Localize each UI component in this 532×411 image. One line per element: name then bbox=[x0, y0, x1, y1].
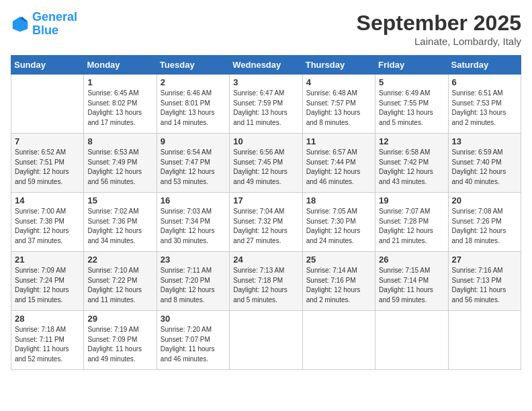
header-saturday: Saturday bbox=[448, 56, 521, 75]
calendar-cell: 21Sunrise: 7:09 AM Sunset: 7:24 PM Dayli… bbox=[11, 252, 84, 311]
calendar-cell: 4Sunrise: 6:48 AM Sunset: 7:57 PM Daylig… bbox=[302, 75, 375, 134]
day-number: 19 bbox=[379, 195, 444, 205]
calendar-cell: 26Sunrise: 7:15 AM Sunset: 7:14 PM Dayli… bbox=[375, 252, 448, 311]
day-number: 2 bbox=[161, 77, 226, 87]
svg-marker-0 bbox=[13, 17, 28, 32]
month-title: September 2025 bbox=[357, 11, 521, 36]
logo: General Blue bbox=[11, 11, 77, 38]
cell-info: Sunrise: 7:04 AM Sunset: 7:32 PM Dayligh… bbox=[233, 207, 298, 246]
header-friday: Friday bbox=[375, 56, 448, 75]
calendar-cell: 14Sunrise: 7:00 AM Sunset: 7:38 PM Dayli… bbox=[11, 193, 84, 252]
calendar-cell: 24Sunrise: 7:13 AM Sunset: 7:18 PM Dayli… bbox=[230, 252, 302, 311]
calendar-week-row: 14Sunrise: 7:00 AM Sunset: 7:38 PM Dayli… bbox=[11, 193, 521, 252]
cell-info: Sunrise: 6:58 AM Sunset: 7:42 PM Dayligh… bbox=[379, 148, 444, 187]
day-number: 9 bbox=[161, 136, 226, 146]
cell-info: Sunrise: 6:52 AM Sunset: 7:51 PM Dayligh… bbox=[15, 148, 80, 187]
cell-info: Sunrise: 7:05 AM Sunset: 7:30 PM Dayligh… bbox=[306, 207, 371, 246]
calendar-cell: 15Sunrise: 7:02 AM Sunset: 7:36 PM Dayli… bbox=[84, 193, 157, 252]
cell-info: Sunrise: 7:14 AM Sunset: 7:16 PM Dayligh… bbox=[306, 266, 371, 305]
header-wednesday: Wednesday bbox=[230, 56, 302, 75]
day-number: 4 bbox=[306, 77, 371, 87]
day-number: 8 bbox=[87, 136, 152, 146]
calendar-cell: 6Sunrise: 6:51 AM Sunset: 7:53 PM Daylig… bbox=[448, 75, 521, 134]
title-block: September 2025 Lainate, Lombardy, Italy bbox=[357, 11, 521, 47]
calendar-cell bbox=[448, 311, 521, 370]
calendar-cell: 8Sunrise: 6:53 AM Sunset: 7:49 PM Daylig… bbox=[84, 134, 157, 193]
calendar-week-row: 7Sunrise: 6:52 AM Sunset: 7:51 PM Daylig… bbox=[11, 134, 521, 193]
day-number: 12 bbox=[379, 136, 444, 146]
cell-info: Sunrise: 7:11 AM Sunset: 7:20 PM Dayligh… bbox=[161, 266, 226, 305]
day-number: 15 bbox=[87, 195, 152, 205]
cell-info: Sunrise: 7:20 AM Sunset: 7:07 PM Dayligh… bbox=[161, 325, 226, 364]
header-tuesday: Tuesday bbox=[157, 56, 229, 75]
cell-info: Sunrise: 7:15 AM Sunset: 7:14 PM Dayligh… bbox=[379, 266, 444, 305]
day-number: 10 bbox=[233, 136, 298, 146]
cell-info: Sunrise: 7:13 AM Sunset: 7:18 PM Dayligh… bbox=[233, 266, 298, 305]
calendar-cell: 7Sunrise: 6:52 AM Sunset: 7:51 PM Daylig… bbox=[11, 134, 84, 193]
calendar-cell: 16Sunrise: 7:03 AM Sunset: 7:34 PM Dayli… bbox=[157, 193, 229, 252]
cell-info: Sunrise: 7:19 AM Sunset: 7:09 PM Dayligh… bbox=[87, 325, 152, 364]
day-number: 1 bbox=[87, 77, 152, 87]
calendar-table: SundayMondayTuesdayWednesdayThursdayFrid… bbox=[11, 55, 521, 370]
page-header: General Blue September 2025 Lainate, Lom… bbox=[11, 11, 521, 47]
calendar-cell: 20Sunrise: 7:08 AM Sunset: 7:26 PM Dayli… bbox=[448, 193, 521, 252]
cell-info: Sunrise: 7:09 AM Sunset: 7:24 PM Dayligh… bbox=[15, 266, 80, 305]
day-number: 29 bbox=[87, 314, 152, 324]
day-number: 26 bbox=[379, 255, 444, 265]
calendar-cell: 17Sunrise: 7:04 AM Sunset: 7:32 PM Dayli… bbox=[230, 193, 302, 252]
cell-info: Sunrise: 6:53 AM Sunset: 7:49 PM Dayligh… bbox=[87, 148, 152, 187]
header-sunday: Sunday bbox=[11, 56, 84, 75]
day-number: 30 bbox=[161, 314, 226, 324]
cell-info: Sunrise: 7:00 AM Sunset: 7:38 PM Dayligh… bbox=[15, 207, 80, 246]
location: Lainate, Lombardy, Italy bbox=[357, 36, 521, 47]
cell-info: Sunrise: 6:49 AM Sunset: 7:55 PM Dayligh… bbox=[379, 89, 444, 128]
day-number: 11 bbox=[306, 136, 371, 146]
calendar-cell bbox=[230, 311, 302, 370]
calendar-cell: 27Sunrise: 7:16 AM Sunset: 7:13 PM Dayli… bbox=[448, 252, 521, 311]
day-number: 13 bbox=[452, 136, 517, 146]
day-number: 22 bbox=[87, 255, 152, 265]
calendar-cell: 5Sunrise: 6:49 AM Sunset: 7:55 PM Daylig… bbox=[375, 75, 448, 134]
cell-info: Sunrise: 6:47 AM Sunset: 7:59 PM Dayligh… bbox=[233, 89, 298, 128]
day-number: 16 bbox=[161, 195, 226, 205]
calendar-cell: 29Sunrise: 7:19 AM Sunset: 7:09 PM Dayli… bbox=[84, 311, 157, 370]
cell-info: Sunrise: 6:48 AM Sunset: 7:57 PM Dayligh… bbox=[306, 89, 371, 128]
calendar-header-row: SundayMondayTuesdayWednesdayThursdayFrid… bbox=[11, 56, 521, 75]
logo-icon bbox=[11, 15, 30, 34]
calendar-week-row: 1Sunrise: 6:45 AM Sunset: 8:02 PM Daylig… bbox=[11, 75, 521, 134]
cell-info: Sunrise: 7:18 AM Sunset: 7:11 PM Dayligh… bbox=[15, 325, 80, 364]
day-number: 18 bbox=[306, 195, 371, 205]
cell-info: Sunrise: 6:45 AM Sunset: 8:02 PM Dayligh… bbox=[87, 89, 152, 128]
cell-info: Sunrise: 7:10 AM Sunset: 7:22 PM Dayligh… bbox=[87, 266, 152, 305]
day-number: 17 bbox=[233, 195, 298, 205]
day-number: 25 bbox=[306, 255, 371, 265]
day-number: 24 bbox=[233, 255, 298, 265]
calendar-cell bbox=[11, 75, 84, 134]
day-number: 20 bbox=[452, 195, 517, 205]
calendar-week-row: 21Sunrise: 7:09 AM Sunset: 7:24 PM Dayli… bbox=[11, 252, 521, 311]
cell-info: Sunrise: 7:03 AM Sunset: 7:34 PM Dayligh… bbox=[161, 207, 226, 246]
cell-info: Sunrise: 7:16 AM Sunset: 7:13 PM Dayligh… bbox=[452, 266, 517, 305]
cell-info: Sunrise: 7:07 AM Sunset: 7:28 PM Dayligh… bbox=[379, 207, 444, 246]
calendar-cell: 1Sunrise: 6:45 AM Sunset: 8:02 PM Daylig… bbox=[84, 75, 157, 134]
calendar-cell: 19Sunrise: 7:07 AM Sunset: 7:28 PM Dayli… bbox=[375, 193, 448, 252]
day-number: 6 bbox=[452, 77, 517, 87]
day-number: 5 bbox=[379, 77, 444, 87]
logo-text: General Blue bbox=[32, 11, 77, 38]
cell-info: Sunrise: 7:02 AM Sunset: 7:36 PM Dayligh… bbox=[87, 207, 152, 246]
calendar-cell: 22Sunrise: 7:10 AM Sunset: 7:22 PM Dayli… bbox=[84, 252, 157, 311]
day-number: 21 bbox=[15, 255, 80, 265]
calendar-cell: 11Sunrise: 6:57 AM Sunset: 7:44 PM Dayli… bbox=[302, 134, 375, 193]
cell-info: Sunrise: 6:59 AM Sunset: 7:40 PM Dayligh… bbox=[452, 148, 517, 187]
calendar-cell: 3Sunrise: 6:47 AM Sunset: 7:59 PM Daylig… bbox=[230, 75, 302, 134]
calendar-cell: 9Sunrise: 6:54 AM Sunset: 7:47 PM Daylig… bbox=[157, 134, 229, 193]
day-number: 7 bbox=[15, 136, 80, 146]
cell-info: Sunrise: 6:54 AM Sunset: 7:47 PM Dayligh… bbox=[161, 148, 226, 187]
calendar-cell: 25Sunrise: 7:14 AM Sunset: 7:16 PM Dayli… bbox=[302, 252, 375, 311]
calendar-cell: 18Sunrise: 7:05 AM Sunset: 7:30 PM Dayli… bbox=[302, 193, 375, 252]
cell-info: Sunrise: 7:08 AM Sunset: 7:26 PM Dayligh… bbox=[452, 207, 517, 246]
header-thursday: Thursday bbox=[302, 56, 375, 75]
calendar-cell: 30Sunrise: 7:20 AM Sunset: 7:07 PM Dayli… bbox=[157, 311, 229, 370]
calendar-cell: 12Sunrise: 6:58 AM Sunset: 7:42 PM Dayli… bbox=[375, 134, 448, 193]
calendar-cell: 10Sunrise: 6:56 AM Sunset: 7:45 PM Dayli… bbox=[230, 134, 302, 193]
